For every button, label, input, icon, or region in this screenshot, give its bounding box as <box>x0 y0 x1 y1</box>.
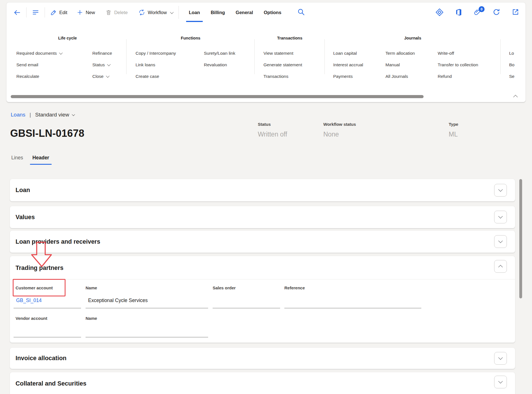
tab-general[interactable]: General <box>233 3 256 22</box>
menu-item-truncated[interactable]: Bo <box>509 59 523 71</box>
group-life-cycle: Life cycle Required documents Send email… <box>8 36 127 81</box>
reference-input[interactable] <box>284 308 421 308</box>
ribbon-horizontal-scrollbar[interactable] <box>11 95 424 98</box>
menu-item-view-statement[interactable]: View statement <box>263 47 302 59</box>
chevron-down-icon <box>107 63 111 66</box>
new-label: New <box>86 10 95 15</box>
menu-item-required-documents[interactable]: Required documents <box>16 47 62 59</box>
menu-item-transactions[interactable]: Transactions <box>263 71 302 82</box>
section-loan[interactable]: Loan <box>10 179 515 201</box>
status-label: Type <box>449 122 458 127</box>
breadcrumb: Loans | Standard view <box>11 112 75 118</box>
sales-order-input[interactable] <box>213 308 280 308</box>
menu-item-all-journals[interactable]: All Journals <box>385 71 415 82</box>
menu-item-interest-accrual[interactable]: Interest accrual <box>333 59 363 71</box>
menu-item-recalculate[interactable]: Recalculate <box>16 71 62 82</box>
menu-item-manual[interactable]: Manual <box>385 59 415 71</box>
tab-label: Options <box>264 10 281 15</box>
expand-section-button[interactable] <box>494 211 507 223</box>
attachments-button[interactable]: 0 <box>474 8 481 17</box>
dynamics-apps-button[interactable] <box>435 8 444 17</box>
vendor-name-input[interactable] <box>86 337 208 337</box>
menu-button[interactable] <box>30 9 42 16</box>
menu-item-payments[interactable]: Payments <box>333 71 363 82</box>
section-title: Values <box>16 214 35 221</box>
section-trading-partners[interactable]: Trading partners Customer account GB_SI_… <box>10 256 515 343</box>
workflow-icon <box>138 9 145 16</box>
section-values[interactable]: Values <box>10 206 515 228</box>
menu-item-status[interactable]: Status <box>92 59 112 71</box>
menu-item-link-loans[interactable]: Link loans <box>136 59 176 71</box>
customer-name-value[interactable]: Exceptional Cycle Services <box>88 298 148 303</box>
delete-button[interactable]: Delete <box>103 9 130 16</box>
new-button[interactable]: New <box>75 9 97 16</box>
refresh-button[interactable] <box>492 8 500 17</box>
trash-icon <box>106 9 112 16</box>
menu-item-refund[interactable]: Refund <box>438 71 478 82</box>
view-selector[interactable]: Standard view <box>35 112 74 118</box>
tab-header[interactable]: Header <box>32 155 49 165</box>
open-in-new-window-button[interactable] <box>512 8 519 17</box>
menu-item-surety-loan-link[interactable]: Surety/Loan link <box>204 47 235 59</box>
action-pane-groups: Life cycle Required documents Send email… <box>6 36 526 82</box>
record-title: GBSI-LN-01678 <box>10 127 84 139</box>
customer-account-input[interactable] <box>14 308 81 308</box>
office-button[interactable] <box>455 8 463 17</box>
section-collateral-and-securities[interactable]: Collateral and Securities <box>10 372 515 394</box>
chevron-down-icon <box>498 355 503 360</box>
group-truncated: Lo Bo Se <box>501 36 526 81</box>
customer-account-value[interactable]: GB_SI_014 <box>16 298 42 303</box>
menu-item-term-allocation[interactable]: Term allocation <box>385 47 415 59</box>
expand-section-button[interactable] <box>494 352 507 365</box>
back-arrow-icon <box>13 9 21 16</box>
search-button[interactable] <box>297 8 305 17</box>
menu-item-loan-capital[interactable]: Loan capital <box>333 47 363 59</box>
chevron-down-icon <box>106 74 110 78</box>
expand-section-button[interactable] <box>494 235 507 248</box>
plus-icon <box>77 9 83 16</box>
menu-item-write-off[interactable]: Write-off <box>438 47 478 59</box>
menu-item-send-email[interactable]: Send email <box>16 59 62 71</box>
breadcrumb-loans-link[interactable]: Loans <box>11 112 25 118</box>
menu-item-create-case[interactable]: Create case <box>136 71 176 82</box>
breadcrumb-separator: | <box>30 112 31 118</box>
menu-item-truncated[interactable]: Lo <box>509 47 523 59</box>
vendor-name-label: Name <box>86 316 97 321</box>
menu-item-generate-statement[interactable]: Generate statement <box>263 59 302 71</box>
power-platform-icon <box>435 8 444 16</box>
action-pane: Edit New Delete Workflow Loan Billing Ge… <box>6 3 526 102</box>
section-loan-providers-and-receivers[interactable]: Loan providers and receivers <box>10 231 515 253</box>
menu-item-refinance[interactable]: Refinance <box>92 47 112 59</box>
customer-name-input[interactable] <box>86 308 208 308</box>
tab-label: General <box>236 10 253 15</box>
tab-lines[interactable]: Lines <box>11 155 23 165</box>
back-button[interactable] <box>11 9 23 16</box>
collapse-action-pane-button[interactable] <box>510 93 518 100</box>
expand-section-button[interactable] <box>494 184 507 197</box>
command-bar: Edit New Delete Workflow Loan Billing Ge… <box>6 3 526 22</box>
divider <box>26 7 27 17</box>
menu-item-copy-intercompany[interactable]: Copy / Intercompany <box>136 47 176 59</box>
tab-options[interactable]: Options <box>261 3 284 22</box>
menu-item-transfer-to-collection[interactable]: Transfer to collection <box>438 59 478 71</box>
edit-button[interactable]: Edit <box>48 9 69 16</box>
workflow-status-field: Workflow status None <box>323 122 356 138</box>
menu-item-truncated[interactable]: Se <box>509 71 523 81</box>
menu-item-revaluation[interactable]: Revaluation <box>204 59 235 71</box>
collapse-section-button[interactable] <box>494 260 507 273</box>
page-vertical-scrollbar[interactable] <box>519 179 522 298</box>
section-invoice-allocation[interactable]: Invoice allocation <box>10 348 515 369</box>
chevron-down-icon <box>170 10 174 14</box>
workflow-button[interactable]: Workflow <box>136 9 175 16</box>
chevron-down-icon <box>59 51 63 55</box>
status-value: ML <box>449 131 458 138</box>
edit-label: Edit <box>59 10 67 15</box>
appbar-tabs: Loan Billing General Options <box>184 3 287 22</box>
tab-billing[interactable]: Billing <box>208 3 228 22</box>
section-title: Loan providers and receivers <box>16 238 100 245</box>
menu-item-close[interactable]: Close <box>92 71 112 82</box>
vendor-account-input[interactable] <box>14 337 81 337</box>
loan-details-page: Edit New Delete Workflow Loan Billing Ge… <box>0 0 532 394</box>
expand-section-button[interactable] <box>494 376 507 388</box>
tab-loan[interactable]: Loan <box>186 3 203 22</box>
